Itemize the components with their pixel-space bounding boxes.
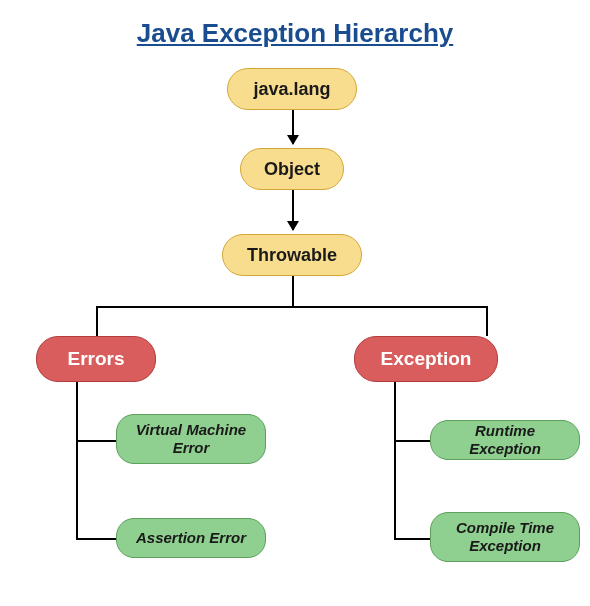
connector-vmerror-h (76, 440, 116, 442)
connector-throwable-down (292, 276, 294, 306)
node-errors-label: Errors (67, 348, 124, 370)
node-compiletimeexception-label: Compile Time Exception (449, 519, 561, 555)
node-errors: Errors (36, 336, 156, 382)
node-object: Object (240, 148, 344, 190)
node-exception-label: Exception (381, 348, 472, 370)
diagram-title: Java Exception Hierarchy (0, 0, 590, 59)
arrow-object-throwable (292, 190, 294, 230)
connector-exception-vert (394, 382, 396, 540)
node-object-label: Object (264, 159, 320, 180)
connector-errors-down (96, 306, 98, 336)
node-compiletimeexception: Compile Time Exception (430, 512, 580, 562)
connector-runtime-h (394, 440, 430, 442)
node-javalang: java.lang (227, 68, 357, 110)
node-javalang-label: java.lang (253, 79, 330, 100)
node-exception: Exception (354, 336, 498, 382)
node-throwable-label: Throwable (247, 245, 337, 266)
node-assertionerror: Assertion Error (116, 518, 266, 558)
node-runtimeexception: Runtime Exception (430, 420, 580, 460)
connector-errors-vert (76, 382, 78, 540)
node-throwable: Throwable (222, 234, 362, 276)
connector-assertion-h (76, 538, 116, 540)
node-vmerror: Virtual Machine Error (116, 414, 266, 464)
node-runtimeexception-label: Runtime Exception (449, 422, 561, 458)
arrow-javalang-object (292, 110, 294, 144)
connector-compile-h (394, 538, 430, 540)
connector-split-h (96, 306, 488, 308)
node-assertionerror-label: Assertion Error (136, 529, 246, 547)
node-vmerror-label: Virtual Machine Error (135, 421, 247, 457)
connector-exception-down (486, 306, 488, 336)
